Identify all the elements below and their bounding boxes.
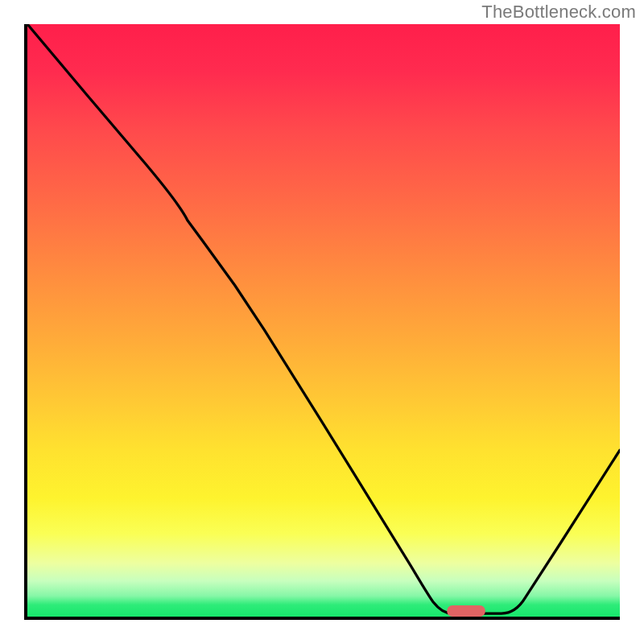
bottleneck-curve-svg	[27, 24, 620, 617]
chart-stage: TheBottleneck.com	[0, 0, 644, 644]
plot-area	[24, 24, 620, 620]
watermark-text: TheBottleneck.com	[481, 2, 636, 23]
optimum-marker	[447, 605, 485, 617]
bottleneck-curve	[27, 24, 620, 613]
